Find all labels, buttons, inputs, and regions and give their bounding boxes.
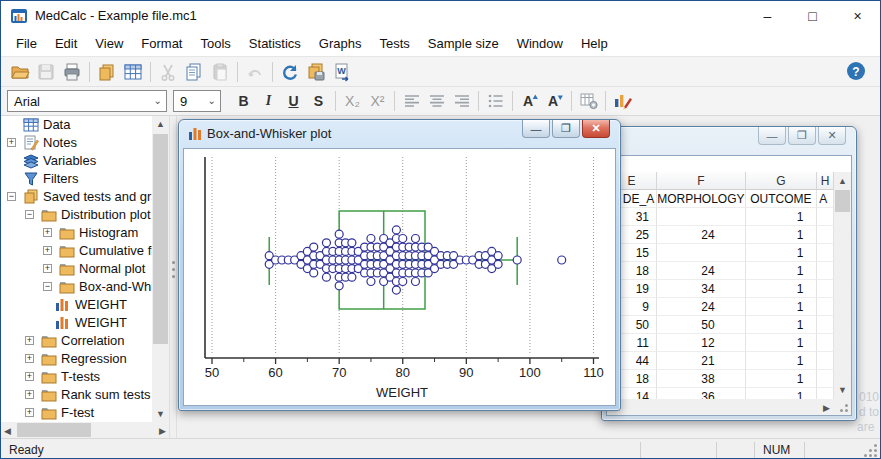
strikethrough-button[interactable]: S [306, 89, 331, 113]
tree-item-rank-sum-tests[interactable]: +Rank sum tests [1, 386, 152, 404]
tree-item-weight[interactable]: WEIGHT [1, 314, 152, 332]
tree-item-histogram[interactable]: +Histogram [1, 224, 152, 242]
expand-icon[interactable]: + [43, 228, 52, 237]
menu-sample-size[interactable]: Sample size [419, 33, 508, 54]
grid-cell[interactable]: 34 [657, 280, 746, 298]
grid-cell[interactable]: 21 [657, 352, 746, 370]
column-header[interactable]: H [817, 172, 834, 190]
grid-horizontal-scrollbar[interactable]: ▶ [607, 399, 834, 415]
underline-button[interactable]: U [281, 89, 306, 113]
expand-icon[interactable]: + [43, 264, 52, 273]
expand-icon[interactable]: + [25, 354, 34, 363]
panel-splitter[interactable] [169, 116, 177, 438]
grid-vertical-scrollbar[interactable]: ▲ ▼ [834, 172, 851, 399]
data-grid-button[interactable] [120, 60, 146, 84]
scroll-left-icon[interactable]: ◀ [4, 426, 11, 436]
expand-icon[interactable]: + [43, 246, 52, 255]
grid-cell[interactable]: OUTCOME [746, 190, 818, 208]
menu-tests[interactable]: Tests [371, 33, 419, 54]
spreadsheet-titlebar[interactable]: — ❐ ✕ [602, 127, 856, 155]
child-restore-button[interactable]: ❐ [552, 120, 580, 138]
grid-cell[interactable] [817, 262, 834, 280]
tree-item-regression[interactable]: +Regression [1, 350, 152, 368]
grid-cell[interactable]: 1 [746, 334, 818, 352]
expand-icon[interactable]: + [7, 138, 16, 147]
menu-file[interactable]: File [7, 33, 46, 54]
close-button[interactable]: × [835, 1, 880, 31]
menu-edit[interactable]: Edit [46, 33, 86, 54]
scroll-down-icon[interactable]: ▼ [834, 385, 851, 395]
grid-cell[interactable]: 1 [746, 352, 818, 370]
grid-cell[interactable]: 1 [746, 226, 818, 244]
grid-cell[interactable]: 1 [746, 298, 818, 316]
save-all-button[interactable] [303, 60, 329, 84]
maximize-button[interactable]: □ [790, 1, 835, 31]
grid-cell[interactable]: A [817, 190, 834, 208]
grid-cell[interactable]: 24 [657, 226, 746, 244]
menu-tools[interactable]: Tools [191, 33, 239, 54]
grid-cell[interactable] [817, 316, 834, 334]
data-grid[interactable]: EFGHDE_AMORPHOLOGYOUTCOMEA31125241151182… [607, 172, 834, 399]
tree-item-data[interactable]: Data [1, 116, 152, 134]
italic-button[interactable]: I [256, 89, 281, 113]
scroll-up-icon[interactable]: ▲ [834, 176, 851, 186]
grid-cell[interactable]: 24 [657, 262, 746, 280]
child-close-button[interactable]: ✕ [818, 127, 846, 145]
grid-cell[interactable]: 50 [657, 316, 746, 334]
column-header[interactable]: G [746, 172, 818, 190]
scroll-down-icon[interactable]: ▼ [152, 409, 169, 419]
child-restore-button[interactable]: ❐ [788, 127, 816, 145]
menu-format[interactable]: Format [132, 33, 191, 54]
menu-graphs[interactable]: Graphs [310, 33, 371, 54]
bold-button[interactable]: B [231, 89, 256, 113]
grid-cell[interactable] [657, 244, 746, 262]
column-header[interactable]: F [657, 172, 745, 190]
minimize-button[interactable]: – [745, 1, 790, 31]
grid-cell[interactable] [817, 226, 834, 244]
edit-graph-button[interactable] [610, 89, 635, 113]
refresh-button[interactable] [277, 60, 303, 84]
grid-cell[interactable]: 12 [657, 334, 746, 352]
tree-item-notes[interactable]: +Notes [1, 134, 152, 152]
spreadsheet-window[interactable]: — ❐ ✕ EFGHDE_AMORPHOLOGYOUTCOMEA31125241… [601, 126, 857, 421]
expand-icon[interactable]: + [25, 408, 34, 417]
export-word-button[interactable]: W [329, 60, 355, 84]
font-name-combo[interactable]: Arial ⌄ [7, 90, 167, 112]
tree-item-filters[interactable]: Filters [1, 170, 152, 188]
child-minimize-button[interactable]: — [758, 127, 786, 145]
help-button[interactable]: ? [846, 61, 866, 85]
scroll-right-icon[interactable]: ▶ [159, 426, 166, 436]
grid-cell[interactable] [817, 334, 834, 352]
grid-cell[interactable] [817, 298, 834, 316]
grid-cell[interactable]: 24 [657, 298, 746, 316]
tree-item-cumulative-fr[interactable]: +Cumulative fr [1, 242, 152, 260]
copy-button[interactable] [181, 60, 207, 84]
grid-cell[interactable] [657, 208, 746, 226]
tree-item-normal-plot[interactable]: +Normal plot [1, 260, 152, 278]
grid-cell[interactable]: MORPHOLOGY [657, 190, 745, 208]
menu-statistics[interactable]: Statistics [240, 33, 310, 54]
grid-cell[interactable]: 1 [746, 262, 818, 280]
grid-cell[interactable] [817, 370, 834, 388]
boxplot-window[interactable]: Box-and-Whisker plot — ❐ ✕ 5060708090100… [178, 119, 621, 411]
scrollbar-thumb[interactable] [17, 423, 91, 437]
tree-item-f-test[interactable]: +F-test [1, 404, 152, 422]
tree-item-box-and-whi[interactable]: −Box-and-Whi [1, 278, 152, 296]
decrease-font-button[interactable]: A [542, 89, 567, 113]
grid-cell[interactable] [817, 352, 834, 370]
increase-font-button[interactable]: A [517, 89, 542, 113]
tree-item-variables[interactable]: Variables [1, 152, 152, 170]
menu-help[interactable]: Help [572, 33, 617, 54]
tree-item-correlation[interactable]: +Correlation [1, 332, 152, 350]
grid-cell[interactable]: 1 [746, 280, 818, 298]
grid-cell[interactable]: 36 [657, 388, 746, 399]
scroll-right-icon[interactable]: ▶ [823, 403, 830, 413]
tree-item-weight[interactable]: WEIGHT [1, 296, 152, 314]
tree-item-t-tests[interactable]: +T-tests [1, 368, 152, 386]
grid-cell[interactable]: 38 [657, 370, 746, 388]
collapse-icon[interactable]: − [25, 210, 34, 219]
menu-view[interactable]: View [86, 33, 132, 54]
grid-cell[interactable]: 1 [746, 316, 818, 334]
menu-window[interactable]: Window [508, 33, 572, 54]
expand-icon[interactable]: + [25, 390, 34, 399]
